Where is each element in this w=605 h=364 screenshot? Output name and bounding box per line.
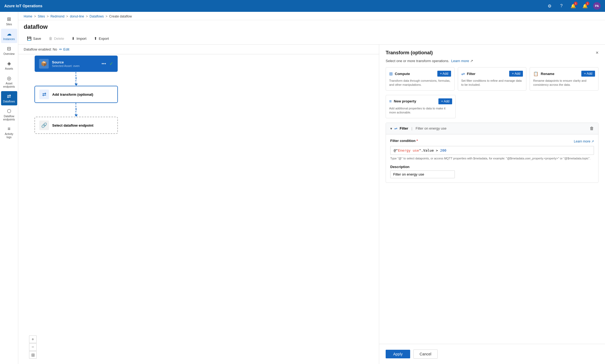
filter-condition-input[interactable]: @"Energy use".Value > 200 [390, 146, 594, 155]
filter-instance-icon: ⇌ [394, 126, 398, 131]
condition-label: Filter condition * [390, 139, 418, 143]
sidebar-item-dataflow-endpoints-label: Dataflow endpoints [2, 115, 16, 121]
new-property-title-row: ≡ New property [389, 99, 416, 104]
filter-title: Filter [467, 72, 476, 76]
filter-title-row: ⇌ Filter [461, 71, 476, 76]
transform-cards: ⊞ Compute + Add Transform data through c… [379, 67, 605, 95]
connector-2 [76, 103, 76, 115]
status-text: Dataflow enabled: No [24, 47, 57, 51]
sidebar-item-sites[interactable]: ⊞ Sites [1, 14, 17, 28]
transform-icon: ⇄ [39, 90, 49, 99]
sidebar-item-dataflows-label: Dataflows [3, 100, 15, 103]
sidebar-item-instances[interactable]: ☁ Instances [1, 29, 17, 43]
endpoint-icon: 🔗 [39, 120, 49, 130]
panel-learn-more-link[interactable]: Learn more [451, 59, 469, 63]
source-node[interactable]: 📦 Source Selected Asset: oven ••• ✓ [34, 55, 118, 72]
panel-scrollable[interactable]: Transform (optional) × Select one or mor… [379, 45, 605, 344]
condition-learn-more[interactable]: Learn more ↗ [574, 140, 594, 143]
filter-card-header: ⇌ Filter + Add [461, 71, 523, 77]
source-menu-icon[interactable]: ••• [101, 61, 106, 66]
top-navigation: Azure IoT Operations ⚙ ? 🔔 1 🔔 1 PA [0, 0, 605, 12]
sidebar-item-dataflows[interactable]: ⇄ Dataflows [1, 91, 17, 105]
code-prefix: @" [394, 148, 398, 152]
main-layout: ⊞ Sites ☁ Instances ⊟ Overview ◈ Assets … [0, 12, 605, 364]
source-icon: 📦 [39, 59, 49, 69]
zoom-reset-button[interactable]: ⊞ [29, 351, 37, 359]
overview-icon: ⊟ [7, 46, 11, 52]
import-button[interactable]: ⬇ Import [68, 35, 90, 42]
edit-pencil-icon: ✏ [59, 47, 62, 51]
rename-title: Rename [541, 72, 554, 76]
assets-icon: ◈ [7, 60, 11, 66]
filter-desc: Set filter conditions to refine and mana… [461, 79, 523, 87]
sidebar-item-activity-logs[interactable]: ≡ Activity logs [1, 124, 17, 141]
breadcrumb-donut-line[interactable]: donut-line [70, 15, 84, 18]
breadcrumb-sites[interactable]: Sites [38, 15, 45, 18]
panel-close-button[interactable]: × [596, 50, 599, 56]
sidebar-item-asset-endpoints[interactable]: ◎ Asset endpoints [1, 73, 17, 91]
breadcrumb-dataflows[interactable]: Dataflows [90, 15, 104, 18]
settings-button[interactable]: ⚙ [546, 2, 553, 10]
connector-1 [76, 72, 76, 84]
notifications-button[interactable]: 🔔 1 [569, 2, 577, 10]
delete-label: Delete [54, 37, 64, 41]
edit-button[interactable]: ✏ Edit [59, 47, 69, 51]
new-property-add-button[interactable]: + Add [438, 98, 452, 104]
sidebar-item-overview[interactable]: ⊟ Overview [1, 44, 17, 58]
cancel-button[interactable]: Cancel [413, 349, 438, 359]
endpoint-content: Select dataflow endpoint [52, 123, 113, 127]
panel-subtitle-text: Select one or more transform operations. [386, 59, 449, 63]
save-icon: 💾 [27, 36, 31, 41]
export-label: Export [99, 37, 109, 41]
rename-title-row: 📋 Rename [533, 71, 554, 76]
notifications-badge: 1 [574, 2, 578, 5]
page-title: dataflow [24, 23, 600, 30]
dataflows-icon: ⇄ [7, 93, 11, 99]
avatar[interactable]: PA [593, 2, 601, 10]
endpoint-node[interactable]: 🔗 Select dataflow endpoint [34, 117, 118, 134]
transform-title: Add transform (optional) [52, 92, 113, 97]
filter-chevron-button[interactable]: ▾ [390, 126, 392, 131]
filter-body: Filter condition * Learn more ↗ @"Energy… [386, 134, 598, 183]
dataflow-area: Dataflow enabled: No ✏ Edit 📦 Source Sel… [18, 45, 605, 364]
connector-dot-2 [76, 108, 76, 110]
compute-card-header: ⊞ Compute + Add [389, 71, 451, 77]
source-title: Source [52, 60, 98, 64]
status-bar: Dataflow enabled: No ✏ Edit [18, 45, 379, 54]
panel-footer: Apply Cancel [379, 344, 605, 364]
help-button[interactable]: ? [558, 2, 565, 10]
rename-desc: Rename datapoints to ensure clarity and … [533, 79, 595, 87]
asset-endpoints-icon: ◎ [7, 75, 11, 81]
apply-button[interactable]: Apply [386, 350, 410, 358]
transform-node[interactable]: ⇄ Add transform (optional) [34, 86, 118, 103]
save-button[interactable]: 💾 Save [24, 35, 44, 42]
desc-input[interactable] [390, 170, 455, 178]
compute-add-button[interactable]: + Add [437, 71, 451, 77]
rename-add-button[interactable]: + Add [581, 71, 595, 77]
new-property-card-header: ≡ New property + Add [389, 98, 452, 104]
zoom-in-button[interactable]: + [29, 336, 37, 343]
flow-container: 📦 Source Selected Asset: oven ••• ✓ [34, 55, 118, 134]
alerts-button[interactable]: 🔔 1 [581, 2, 589, 10]
instances-icon: ☁ [7, 31, 12, 37]
filter-instance-header: ▾ ⇌ Filter | Filter on energy use 🗑 [386, 123, 598, 134]
zoom-out-button[interactable]: − [29, 343, 37, 351]
transform-panel: Transform (optional) × Select one or mor… [379, 45, 605, 364]
breadcrumb-redmond[interactable]: Redmond [50, 15, 64, 18]
delete-button[interactable]: 🗑 Delete [45, 35, 68, 42]
new-property-card: ≡ New property + Add Add additional prop… [386, 95, 456, 118]
delete-icon: 🗑 [49, 36, 52, 41]
import-label: Import [76, 37, 86, 41]
sidebar-item-assets-label: Assets [5, 67, 13, 70]
source-subtitle: Selected Asset: oven [52, 64, 98, 67]
alerts-badge: 1 [586, 2, 589, 5]
breadcrumb-home[interactable]: Home [24, 15, 32, 18]
sidebar-item-dataflow-endpoints[interactable]: ⬡ Dataflow endpoints [1, 106, 17, 123]
condition-field-header: Filter condition * Learn more ↗ [390, 139, 594, 144]
export-button[interactable]: ⬆ Export [91, 35, 112, 42]
new-property-desc: Add additional properties to data to mak… [389, 106, 452, 115]
filter-add-button[interactable]: + Add [509, 71, 523, 77]
filter-delete-button[interactable]: 🗑 [590, 126, 594, 131]
compute-card: ⊞ Compute + Add Transform data through c… [386, 67, 455, 91]
sidebar-item-assets[interactable]: ◈ Assets [1, 58, 17, 73]
